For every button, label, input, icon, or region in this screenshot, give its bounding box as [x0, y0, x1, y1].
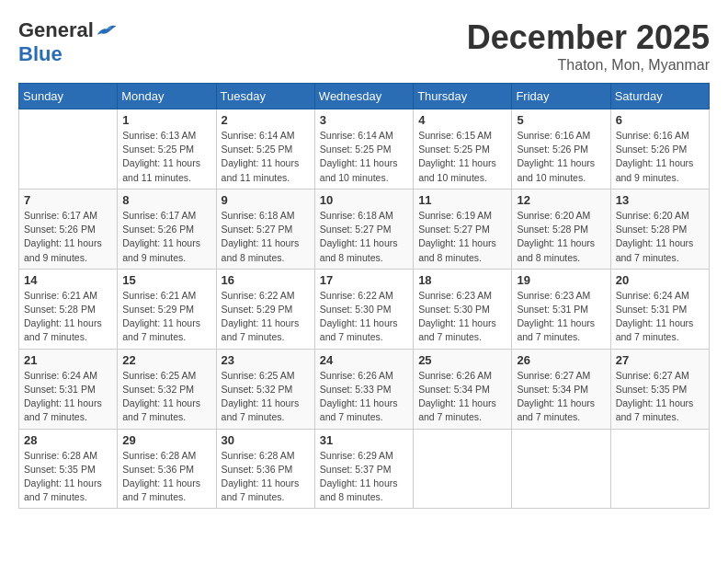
- day-info: Sunrise: 6:21 AMSunset: 5:29 PMDaylight:…: [122, 289, 210, 345]
- day-info: Sunrise: 6:20 AMSunset: 5:28 PMDaylight:…: [616, 209, 704, 265]
- day-number: 27: [616, 353, 704, 367]
- day-info: Sunrise: 6:16 AMSunset: 5:26 PMDaylight:…: [616, 129, 704, 185]
- day-number: 4: [418, 113, 506, 127]
- calendar-day-cell: 7Sunrise: 6:17 AMSunset: 5:26 PMDaylight…: [19, 189, 118, 269]
- day-number: 25: [418, 353, 506, 367]
- calendar-day-cell: 29Sunrise: 6:28 AMSunset: 5:36 PMDayligh…: [118, 429, 216, 509]
- calendar-day-cell: 13Sunrise: 6:20 AMSunset: 5:28 PMDayligh…: [610, 189, 709, 269]
- day-number: 19: [517, 273, 605, 287]
- calendar-day-cell: 22Sunrise: 6:25 AMSunset: 5:32 PMDayligh…: [118, 349, 216, 429]
- calendar-day-cell: 17Sunrise: 6:22 AMSunset: 5:30 PMDayligh…: [314, 269, 413, 349]
- title-block: December 2025 Thaton, Mon, Myanmar: [467, 18, 710, 74]
- calendar-day-cell: [414, 429, 512, 509]
- day-number: 18: [418, 273, 506, 287]
- logo-bird-icon: [96, 21, 118, 40]
- day-info: Sunrise: 6:26 AMSunset: 5:33 PMDaylight:…: [320, 369, 408, 425]
- calendar-day-cell: [19, 109, 118, 190]
- day-number: 21: [24, 353, 112, 367]
- day-number: 13: [616, 193, 704, 207]
- logo: General Blue: [18, 18, 118, 66]
- day-info: Sunrise: 6:17 AMSunset: 5:26 PMDaylight:…: [24, 209, 112, 265]
- day-info: Sunrise: 6:20 AMSunset: 5:28 PMDaylight:…: [517, 209, 605, 265]
- calendar-day-cell: 8Sunrise: 6:17 AMSunset: 5:26 PMDaylight…: [118, 189, 216, 269]
- day-number: 1: [122, 113, 210, 127]
- day-number: 9: [222, 193, 310, 207]
- calendar-day-cell: 25Sunrise: 6:26 AMSunset: 5:34 PMDayligh…: [414, 349, 512, 429]
- calendar-week-row: 14Sunrise: 6:21 AMSunset: 5:28 PMDayligh…: [19, 269, 710, 349]
- calendar-week-row: 1Sunrise: 6:13 AMSunset: 5:25 PMDaylight…: [19, 109, 710, 190]
- day-number: 23: [222, 353, 310, 367]
- day-info: Sunrise: 6:23 AMSunset: 5:31 PMDaylight:…: [517, 289, 605, 345]
- calendar-body: 1Sunrise: 6:13 AMSunset: 5:25 PMDaylight…: [19, 109, 710, 509]
- calendar-day-cell: 14Sunrise: 6:21 AMSunset: 5:28 PMDayligh…: [19, 269, 118, 349]
- day-number: 31: [320, 433, 408, 447]
- day-number: 2: [222, 113, 310, 127]
- day-number: 20: [616, 273, 704, 287]
- day-info: Sunrise: 6:18 AMSunset: 5:27 PMDaylight:…: [222, 209, 310, 265]
- calendar-day-cell: 27Sunrise: 6:27 AMSunset: 5:35 PMDayligh…: [610, 349, 709, 429]
- day-number: 6: [616, 113, 704, 127]
- calendar-day-cell: 2Sunrise: 6:14 AMSunset: 5:25 PMDaylight…: [216, 109, 314, 190]
- calendar-week-row: 21Sunrise: 6:24 AMSunset: 5:31 PMDayligh…: [19, 349, 710, 429]
- day-info: Sunrise: 6:22 AMSunset: 5:30 PMDaylight:…: [320, 289, 408, 345]
- calendar-day-cell: 5Sunrise: 6:16 AMSunset: 5:26 PMDaylight…: [512, 109, 610, 190]
- day-info: Sunrise: 6:22 AMSunset: 5:29 PMDaylight:…: [222, 289, 310, 345]
- calendar-day-cell: 3Sunrise: 6:14 AMSunset: 5:25 PMDaylight…: [314, 109, 413, 190]
- day-info: Sunrise: 6:21 AMSunset: 5:28 PMDaylight:…: [24, 289, 112, 345]
- calendar-day-cell: [512, 429, 610, 509]
- calendar-day-cell: 31Sunrise: 6:29 AMSunset: 5:37 PMDayligh…: [314, 429, 413, 509]
- calendar-day-cell: 20Sunrise: 6:24 AMSunset: 5:31 PMDayligh…: [610, 269, 709, 349]
- day-info: Sunrise: 6:23 AMSunset: 5:30 PMDaylight:…: [418, 289, 506, 345]
- day-info: Sunrise: 6:19 AMSunset: 5:27 PMDaylight:…: [418, 209, 506, 265]
- day-number: 12: [517, 193, 605, 207]
- day-info: Sunrise: 6:14 AMSunset: 5:25 PMDaylight:…: [222, 129, 310, 185]
- calendar-day-cell: 15Sunrise: 6:21 AMSunset: 5:29 PMDayligh…: [118, 269, 216, 349]
- day-number: 11: [418, 193, 506, 207]
- day-info: Sunrise: 6:25 AMSunset: 5:32 PMDaylight:…: [222, 369, 310, 425]
- day-info: Sunrise: 6:26 AMSunset: 5:34 PMDaylight:…: [418, 369, 506, 425]
- day-number: 17: [320, 273, 408, 287]
- calendar-week-row: 28Sunrise: 6:28 AMSunset: 5:35 PMDayligh…: [19, 429, 710, 509]
- calendar-table: SundayMondayTuesdayWednesdayThursdayFrid…: [18, 83, 710, 509]
- day-number: 3: [320, 113, 408, 127]
- day-number: 14: [24, 273, 112, 287]
- day-info: Sunrise: 6:29 AMSunset: 5:37 PMDaylight:…: [320, 449, 408, 505]
- calendar-day-cell: 21Sunrise: 6:24 AMSunset: 5:31 PMDayligh…: [19, 349, 118, 429]
- day-info: Sunrise: 6:28 AMSunset: 5:36 PMDaylight:…: [222, 449, 310, 505]
- day-info: Sunrise: 6:24 AMSunset: 5:31 PMDaylight:…: [24, 369, 112, 425]
- calendar-day-cell: 18Sunrise: 6:23 AMSunset: 5:30 PMDayligh…: [414, 269, 512, 349]
- day-number: 30: [222, 433, 310, 447]
- day-number: 5: [517, 113, 605, 127]
- page-header: General Blue December 2025 Thaton, Mon, …: [18, 18, 710, 74]
- day-number: 10: [320, 193, 408, 207]
- day-info: Sunrise: 6:17 AMSunset: 5:26 PMDaylight:…: [122, 209, 210, 265]
- location-title: Thaton, Mon, Myanmar: [467, 57, 710, 74]
- weekday-header-cell: Tuesday: [216, 84, 314, 109]
- day-info: Sunrise: 6:18 AMSunset: 5:27 PMDaylight:…: [320, 209, 408, 265]
- day-number: 15: [122, 273, 210, 287]
- calendar-day-cell: 26Sunrise: 6:27 AMSunset: 5:34 PMDayligh…: [512, 349, 610, 429]
- day-info: Sunrise: 6:14 AMSunset: 5:25 PMDaylight:…: [320, 129, 408, 185]
- calendar-day-cell: 16Sunrise: 6:22 AMSunset: 5:29 PMDayligh…: [216, 269, 314, 349]
- calendar-day-cell: 9Sunrise: 6:18 AMSunset: 5:27 PMDaylight…: [216, 189, 314, 269]
- logo-general-text: General: [18, 18, 94, 42]
- day-info: Sunrise: 6:25 AMSunset: 5:32 PMDaylight:…: [122, 369, 210, 425]
- logo-blue-text: Blue: [18, 42, 63, 66]
- calendar-day-cell: 11Sunrise: 6:19 AMSunset: 5:27 PMDayligh…: [414, 189, 512, 269]
- day-info: Sunrise: 6:15 AMSunset: 5:25 PMDaylight:…: [418, 129, 506, 185]
- day-number: 7: [24, 193, 112, 207]
- day-number: 16: [222, 273, 310, 287]
- calendar-day-cell: [610, 429, 709, 509]
- calendar-week-row: 7Sunrise: 6:17 AMSunset: 5:26 PMDaylight…: [19, 189, 710, 269]
- weekday-header-cell: Friday: [512, 84, 610, 109]
- calendar-day-cell: 10Sunrise: 6:18 AMSunset: 5:27 PMDayligh…: [314, 189, 413, 269]
- day-number: 24: [320, 353, 408, 367]
- weekday-header-cell: Saturday: [610, 84, 709, 109]
- day-number: 8: [122, 193, 210, 207]
- calendar-day-cell: 4Sunrise: 6:15 AMSunset: 5:25 PMDaylight…: [414, 109, 512, 190]
- calendar-day-cell: 24Sunrise: 6:26 AMSunset: 5:33 PMDayligh…: [314, 349, 413, 429]
- calendar-day-cell: 6Sunrise: 6:16 AMSunset: 5:26 PMDaylight…: [610, 109, 709, 190]
- weekday-header-cell: Sunday: [19, 84, 118, 109]
- day-info: Sunrise: 6:16 AMSunset: 5:26 PMDaylight:…: [517, 129, 605, 185]
- day-number: 28: [24, 433, 112, 447]
